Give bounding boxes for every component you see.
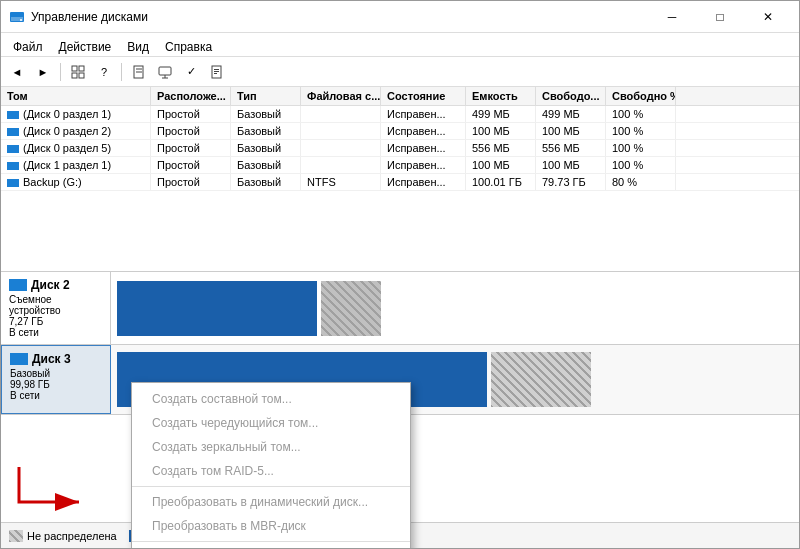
svg-rect-3 [72,66,77,71]
disk-table-area: Том Расположе... Тип Файловая с... Состо… [1,87,799,272]
col-state: Состояние [381,87,466,105]
disk-2-name: Диск 2 [31,278,70,292]
title-bar: Управление дисками ─ □ ✕ [1,1,799,33]
legend-unalloc-icon [9,530,23,542]
table-row[interactable]: (Диск 0 раздел 2) Простой Базовый Исправ… [1,123,799,140]
disk-2-status: В сети [9,327,102,338]
table-header: Том Расположе... Тип Файловая с... Состо… [1,87,799,106]
col-rasp: Расположе... [151,87,231,105]
forward-button[interactable]: ► [31,61,55,83]
disk-3-type: Базовый [10,368,102,379]
ctx-offline[interactable]: Вне сети [132,545,410,548]
ctx-create-stripe: Создать чередующийся том... [132,411,410,435]
menu-action[interactable]: Действие [51,35,120,54]
svg-rect-5 [72,73,77,78]
close-button[interactable]: ✕ [745,5,791,29]
toolbar-separator-1 [60,63,61,81]
window-title: Управление дисками [31,10,649,24]
ctx-create-composite: Создать составной том... [132,387,410,411]
svg-rect-15 [214,71,219,72]
menu-file[interactable]: Файл [5,35,51,54]
col-tom: Том [1,87,151,105]
main-area: Том Расположе... Тип Файловая с... Состо… [1,87,799,548]
svg-rect-4 [79,66,84,71]
disk-3-status: В сети [10,390,102,401]
svg-rect-10 [159,67,171,75]
app-icon [9,9,25,25]
table-row[interactable]: Backup (G:) Простой Базовый NTFS Исправе… [1,174,799,191]
disk-3-partition-2[interactable] [491,352,591,407]
svg-point-2 [20,19,22,21]
disk-2-partition-1[interactable] [117,281,317,336]
help-button[interactable]: ? [92,61,116,83]
disk-2-type: Съемное устройство [9,294,102,316]
ctx-convert-mbr: Преобразовать в MBR-диск [132,514,410,538]
ctx-create-mirror: Создать зеркальный том... [132,435,410,459]
back-button[interactable]: ◄ [5,61,29,83]
col-freepct: Свободно % [606,87,676,105]
page-button[interactable] [127,61,151,83]
col-cap: Емкость [466,87,536,105]
maximize-button[interactable]: □ [697,5,743,29]
col-free: Свободо... [536,87,606,105]
ctx-create-raid5: Создать том RAID-5... [132,459,410,483]
col-tip: Тип [231,87,301,105]
svg-rect-16 [214,73,217,74]
disk-3-name: Диск 3 [32,352,71,366]
disk-3-size: 99,98 ГБ [10,379,102,390]
monitor-button[interactable] [153,61,177,83]
legend-unalloc-label: Не распределена [27,530,117,542]
menu-view[interactable]: Вид [119,35,157,54]
toolbar: ◄ ► ? ✓ [1,57,799,87]
disk-2-label: Диск 2 Съемное устройство 7,27 ГБ В сети [1,272,111,344]
ctx-convert-dynamic: Преобразовать в динамический диск... [132,490,410,514]
svg-rect-14 [214,69,219,70]
grid-button[interactable] [66,61,90,83]
disk-area: Диск 2 Съемное устройство 7,27 ГБ В сети [1,272,799,548]
table-row[interactable]: (Диск 0 раздел 1) Простой Базовый Исправ… [1,106,799,123]
ctx-sep-1 [132,486,410,487]
menu-help[interactable]: Справка [157,35,220,54]
context-menu: Создать составной том... Создать чередую… [131,382,411,548]
legend-unalloc: Не распределена [9,530,117,542]
toolbar-separator-2 [121,63,122,81]
disk-2-partitions [111,272,799,344]
svg-rect-6 [79,73,84,78]
doc-button[interactable] [205,61,229,83]
check-button[interactable]: ✓ [179,61,203,83]
table-body: (Диск 0 раздел 1) Простой Базовый Исправ… [1,106,799,268]
disk-row-2: Диск 2 Съемное устройство 7,27 ГБ В сети [1,272,799,345]
window-controls: ─ □ ✕ [649,5,791,29]
menu-bar: Файл Действие Вид Справка [1,33,799,57]
col-fs: Файловая с... [301,87,381,105]
ctx-sep-2 [132,541,410,542]
table-row[interactable]: (Диск 1 раздел 1) Простой Базовый Исправ… [1,157,799,174]
table-row[interactable]: (Диск 0 раздел 5) Простой Базовый Исправ… [1,140,799,157]
minimize-button[interactable]: ─ [649,5,695,29]
disk-3-label: Диск 3 Базовый 99,98 ГБ В сети [1,345,111,414]
disk-2-size: 7,27 ГБ [9,316,102,327]
disk-2-partition-2[interactable] [321,281,381,336]
main-window: Управление дисками ─ □ ✕ Файл Действие В… [0,0,800,549]
